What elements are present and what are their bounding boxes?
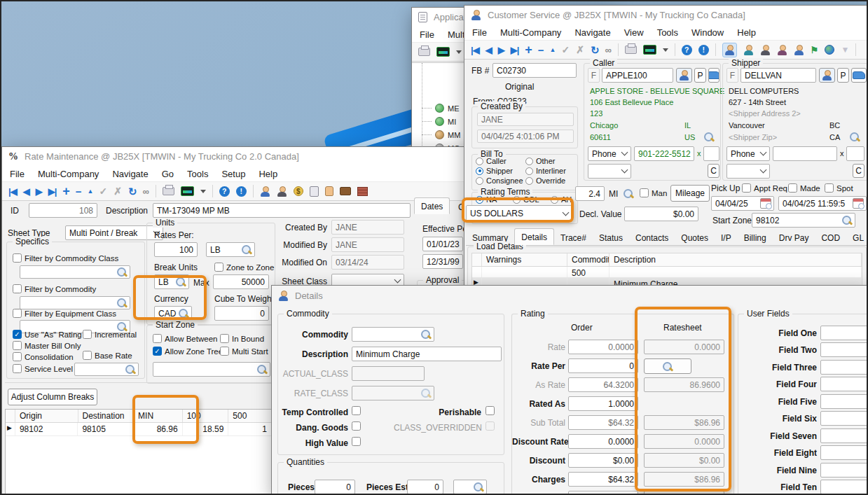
col-commodity[interactable]: Commodity — [567, 253, 609, 266]
field-two-input[interactable] — [820, 342, 868, 357]
tree-node[interactable]: MM — [422, 130, 460, 139]
tree-node[interactable]: MI — [422, 117, 456, 126]
tab-billing[interactable]: Billing — [738, 231, 773, 245]
nav-first-icon[interactable] — [8, 187, 17, 196]
menu-navigate[interactable]: Navigate — [574, 27, 610, 38]
in-bound-checkbox[interactable]: In Bound — [220, 334, 264, 343]
tab-cod[interactable]: COD — [815, 231, 846, 245]
caller-address-search-icon[interactable] — [703, 132, 715, 142]
cell-warnings[interactable] — [482, 267, 567, 277]
field-three-input[interactable] — [820, 360, 868, 375]
pickup-by-date-field[interactable]: 04/04/25 11:59:5 — [778, 196, 867, 211]
col-origin[interactable]: Origin — [15, 410, 78, 422]
shipper-ext-field[interactable] — [846, 146, 864, 161]
edit-record-icon[interactable] — [550, 47, 556, 53]
allow-zone-tree-checkbox[interactable]: Allow Zone Tree — [153, 347, 223, 356]
caller-phone-field[interactable]: 901-222-5512 — [634, 146, 694, 161]
fb-number-field[interactable]: C02730 — [492, 63, 577, 78]
menu-tools[interactable]: Tools — [187, 169, 208, 179]
filter-icon[interactable] — [841, 46, 849, 54]
incremental-checkbox[interactable]: Incremental — [83, 330, 137, 339]
currency-field[interactable]: CAD — [154, 306, 192, 321]
tab-contacts[interactable]: Contacts — [629, 231, 675, 245]
commodity-class-field[interactable] — [20, 265, 130, 279]
col-100[interactable]: 100 — [183, 410, 229, 422]
about-icon[interactable]: ! — [236, 186, 247, 197]
cell-100[interactable]: 18.59 — [183, 423, 229, 435]
rate-per-order-field[interactable]: 0 — [568, 358, 638, 373]
menu-view[interactable]: View — [624, 27, 644, 38]
search-icon[interactable] — [125, 364, 136, 375]
accept-icon[interactable] — [99, 186, 107, 196]
menu-window[interactable]: Window — [691, 27, 724, 38]
adjust-column-breaks-button[interactable]: Adjust Column Breaks — [8, 389, 97, 405]
field-five-input[interactable] — [820, 394, 868, 409]
field-four-input[interactable] — [820, 377, 868, 391]
print-icon[interactable] — [163, 187, 174, 195]
search-icon[interactable] — [116, 267, 128, 277]
man-checkbox[interactable]: Man — [640, 188, 667, 197]
use-as-rating-checkbox[interactable]: Use "As" Rating — [13, 330, 82, 339]
caller-c-button[interactable]: C — [708, 164, 719, 178]
menu-help[interactable]: Help — [259, 169, 277, 179]
search-icon[interactable] — [841, 215, 853, 225]
caller-ext-field[interactable] — [703, 146, 719, 161]
field-eight-input[interactable] — [820, 445, 868, 460]
field-six-input[interactable] — [820, 411, 868, 426]
terms-na-radio[interactable]: NA — [476, 195, 497, 204]
col-description[interactable]: Description — [609, 253, 862, 266]
cancel-icon[interactable] — [113, 186, 122, 196]
tab-drv-pay[interactable]: Drv Pay — [773, 231, 815, 245]
hand-icon[interactable] — [325, 186, 333, 196]
mileage-button[interactable]: Mileage — [670, 185, 710, 202]
calculator-icon[interactable] — [310, 186, 319, 197]
shipper-c-button[interactable]: C — [853, 164, 864, 178]
search-icon[interactable] — [175, 277, 186, 287]
edit-record-icon[interactable] — [88, 188, 93, 195]
rate-maintenance-titlebar[interactable]: % Rate Maintenance @ JB25X [TMWIN - My T… — [2, 147, 512, 166]
menu-go[interactable]: Go — [162, 169, 174, 179]
nav-prev-icon[interactable] — [23, 187, 29, 196]
vendor-icon[interactable] — [277, 186, 287, 197]
perishable-checkbox[interactable] — [485, 406, 495, 415]
shipper-contact-select[interactable] — [726, 164, 770, 179]
menu-multi-company[interactable]: Multi-Company — [38, 169, 99, 179]
calendar-icon[interactable] — [760, 198, 771, 209]
cell-origin[interactable]: 98102 — [15, 423, 78, 435]
people-icon[interactable] — [794, 45, 804, 55]
id-field[interactable]: 108 — [29, 203, 97, 218]
chevron-down-icon[interactable] — [663, 48, 668, 52]
chevron-down-icon[interactable] — [200, 190, 206, 193]
shipper-profile-button[interactable] — [819, 68, 835, 83]
caller-phone-type-select[interactable]: Phone — [588, 146, 631, 161]
print-icon[interactable] — [625, 46, 637, 54]
driver-icon[interactable] — [760, 45, 771, 55]
tab-dates[interactable]: Dates — [414, 197, 450, 214]
effective-from-field[interactable]: 01/01/23 — [422, 237, 463, 251]
accept-icon[interactable] — [561, 45, 570, 55]
cell-min[interactable]: 86.96 — [134, 423, 183, 435]
pickup-date-field[interactable]: 04/04/25 — [711, 196, 774, 211]
about-icon[interactable]: ! — [698, 45, 709, 55]
tab-details[interactable]: Details — [514, 228, 554, 245]
description-field[interactable]: TM-173049 MP MB — [153, 203, 411, 218]
delete-record-icon[interactable] — [538, 45, 544, 55]
service-level-checkbox[interactable]: Service Level — [13, 364, 73, 373]
mileage-value-field[interactable]: 2.4 — [575, 186, 605, 201]
made-checkbox[interactable]: Made — [788, 183, 820, 193]
nav-next-icon[interactable] — [36, 187, 42, 196]
rated-as-order-field[interactable]: 1.0000 — [568, 396, 638, 411]
caller-profile-button[interactable] — [676, 68, 692, 83]
nav-prev-icon[interactable] — [485, 46, 492, 55]
customer-icon[interactable] — [260, 186, 270, 197]
nav-last-icon[interactable] — [48, 187, 57, 196]
quantities-lookup-field[interactable] — [453, 480, 487, 494]
bill-to-caller-radio[interactable]: Caller — [476, 157, 507, 165]
tree-node[interactable]: ME — [422, 104, 460, 113]
discount-order-field[interactable]: $0.00 — [568, 453, 638, 468]
shipper-van-button[interactable] — [851, 68, 867, 83]
search-icon[interactable] — [241, 244, 252, 255]
customer-service-titlebar[interactable]: Customer Service @ JB25X [TMWIN - My Tru… — [464, 6, 868, 25]
filter-equipment-class-checkbox[interactable]: Filter by Equipment Class — [13, 309, 116, 318]
spot-checkbox[interactable]: Spot — [825, 183, 853, 193]
